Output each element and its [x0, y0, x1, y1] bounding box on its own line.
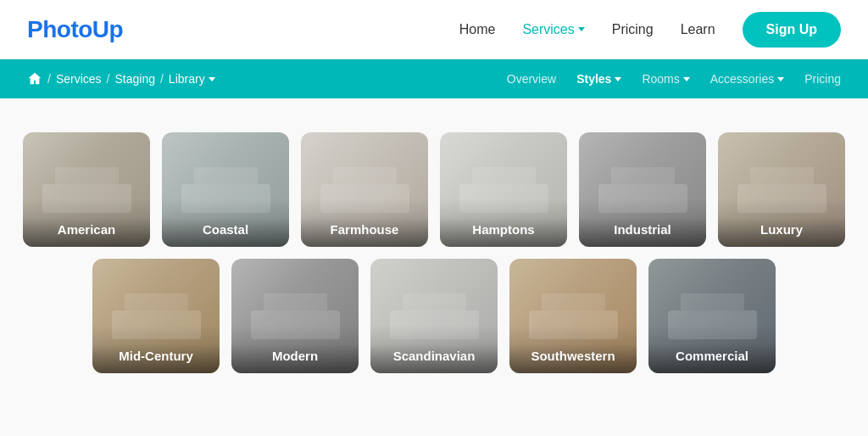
nav-services-label: Services — [522, 22, 574, 37]
breadcrumb-services[interactable]: Services — [56, 72, 102, 86]
style-card-scandinavian[interactable]: Scandinavian — [370, 259, 498, 373]
style-card-hamptons[interactable]: Hamptons — [440, 132, 567, 247]
subnav-rooms[interactable]: Rooms — [642, 72, 689, 86]
style-card-modern[interactable]: Modern — [231, 259, 359, 373]
style-card-coastal[interactable]: Coastal — [162, 132, 289, 247]
style-label-industrial: Industrial — [579, 198, 706, 247]
style-label-scandinavian: Scandinavian — [370, 325, 498, 373]
chevron-down-accessories-icon — [777, 77, 784, 81]
chevron-down-styles-icon — [615, 77, 621, 81]
nav-pricing[interactable]: Pricing — [612, 22, 654, 37]
logo-photo: Photo — [27, 16, 92, 42]
chevron-down-icon — [578, 27, 585, 31]
subnav-overview[interactable]: Overview — [507, 72, 556, 86]
breadcrumb: / Services / Staging / Library — [27, 71, 215, 87]
styles-row-1: AmericanCoastalFarmhouseHamptonsIndustri… — [27, 132, 841, 247]
style-label-midcentury: Mid-Century — [92, 325, 220, 373]
subheader-bar: / Services / Staging / Library Overview … — [0, 59, 868, 98]
style-label-southwestern: Southwestern — [509, 325, 637, 373]
main-header: PhotoUp Home Services Pricing Learn Sign… — [0, 0, 868, 59]
style-label-farmhouse: Farmhouse — [301, 198, 428, 247]
subnav-styles[interactable]: Styles — [576, 72, 621, 86]
style-card-industrial[interactable]: Industrial — [579, 132, 706, 247]
subnav-pricing[interactable]: Pricing — [804, 72, 841, 86]
chevron-down-rooms-icon — [683, 77, 690, 81]
style-card-southwestern[interactable]: Southwestern — [509, 259, 637, 373]
style-label-luxury: Luxury — [718, 198, 845, 247]
signup-button[interactable]: Sign Up — [743, 12, 841, 48]
sub-nav: Overview Styles Rooms Accessories Pricin… — [507, 72, 841, 86]
style-card-luxury[interactable]: Luxury — [718, 132, 845, 247]
breadcrumb-staging[interactable]: Staging — [114, 72, 154, 86]
main-nav: Home Services Pricing Learn Sign Up — [459, 12, 841, 48]
breadcrumb-sep-3: / — [160, 72, 164, 86]
style-label-modern: Modern — [231, 325, 359, 373]
style-label-coastal: Coastal — [162, 198, 289, 247]
style-card-farmhouse[interactable]: Farmhouse — [301, 132, 428, 247]
style-card-commercial[interactable]: Commercial — [648, 259, 776, 373]
style-card-midcentury[interactable]: Mid-Century — [92, 259, 220, 373]
breadcrumb-sep-2: / — [107, 72, 110, 86]
main-content: AmericanCoastalFarmhouseHamptonsIndustri… — [0, 98, 868, 436]
nav-services[interactable]: Services — [522, 22, 584, 37]
style-label-hamptons: Hamptons — [440, 198, 567, 247]
breadcrumb-library[interactable]: Library — [169, 72, 215, 86]
style-label-american: American — [23, 198, 150, 247]
home-icon[interactable] — [27, 71, 42, 87]
logo[interactable]: PhotoUp — [27, 16, 123, 43]
styles-row-2: Mid-CenturyModernScandinavianSouthwester… — [27, 259, 841, 373]
breadcrumb-sep-1: / — [47, 72, 51, 86]
subnav-accessories[interactable]: Accessories — [710, 72, 784, 86]
style-label-commercial: Commercial — [648, 325, 776, 373]
chevron-down-library-icon — [209, 77, 215, 81]
nav-learn[interactable]: Learn — [681, 22, 715, 37]
style-card-american[interactable]: American — [23, 132, 150, 247]
logo-up: Up — [92, 16, 123, 42]
nav-home[interactable]: Home — [459, 22, 496, 37]
